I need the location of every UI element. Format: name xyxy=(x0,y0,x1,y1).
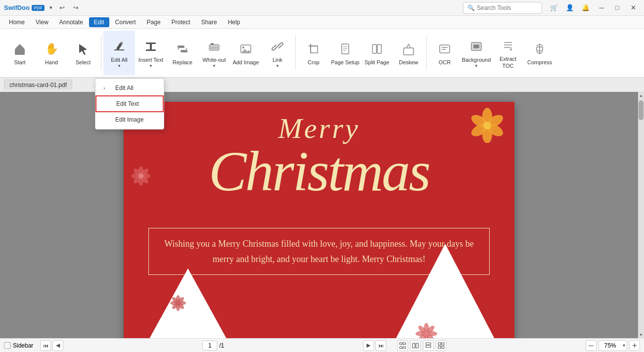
extract-toc-icon xyxy=(499,37,517,54)
app-logo: SwifDoo PDF xyxy=(4,4,45,11)
edit-all-icon xyxy=(110,38,128,55)
link-arrow: ▼ xyxy=(276,64,279,68)
sidebar-toggle[interactable]: Sidebar xyxy=(4,342,33,349)
first-page-button[interactable]: ⏮ xyxy=(40,340,51,351)
svg-line-27 xyxy=(409,44,411,48)
insert-text-icon xyxy=(142,38,160,55)
deskew-icon xyxy=(400,40,417,58)
zoom-out-button[interactable]: ─ xyxy=(586,340,597,351)
tool-add-image[interactable]: Add Image xyxy=(230,31,262,75)
fit-page-button[interactable] xyxy=(397,340,408,351)
svg-rect-23 xyxy=(372,44,376,53)
bottom-bar: Sidebar ⏮ ◀ /1 ▶ ⏭ ─ ▾ + xyxy=(0,338,644,352)
svg-rect-80 xyxy=(400,343,402,345)
svg-point-59 xyxy=(138,174,143,178)
tool-start[interactable]: Start xyxy=(4,31,36,75)
svg-rect-82 xyxy=(400,347,402,349)
card-content: Merry Christmas Wishing you a Merry Chri… xyxy=(124,102,514,338)
tool-compress[interactable]: Compress xyxy=(524,31,555,75)
two-page-button[interactable] xyxy=(410,340,421,351)
tool-extract-toc[interactable]: Extract TOC xyxy=(492,31,524,75)
zoom-dropdown-arrow[interactable]: ▾ xyxy=(621,343,627,348)
white-out-arrow: ▼ xyxy=(212,64,216,68)
menu-edit[interactable]: Edit xyxy=(89,17,109,27)
tool-edit-all[interactable]: Edit All ▼ xyxy=(103,31,135,75)
edit-all-label: Edit All xyxy=(111,56,128,63)
minimize-button[interactable]: ─ xyxy=(595,1,608,15)
svg-line-26 xyxy=(407,44,409,48)
prev-page-button[interactable]: ◀ xyxy=(52,340,63,351)
deskew-label: Deskew xyxy=(399,59,418,66)
menu-share[interactable]: Share xyxy=(196,17,222,27)
link-icon xyxy=(269,38,286,55)
tool-page-setup[interactable]: Page Setup xyxy=(329,31,361,75)
edit-all-dropdown: › Edit All Edit Text Edit Image xyxy=(95,78,164,130)
redo-button[interactable]: ↪ xyxy=(69,1,82,14)
maximize-button[interactable]: □ xyxy=(610,1,624,15)
svg-point-77 xyxy=(176,301,180,305)
user-icon[interactable]: 👤 xyxy=(563,1,577,15)
sidebar-checkbox[interactable] xyxy=(4,342,11,349)
dropdown-edit-all-label: Edit All xyxy=(115,85,134,91)
view-controls xyxy=(397,340,447,351)
logo-dropdown[interactable]: ▾ xyxy=(49,4,52,11)
cart-icon[interactable]: 🛒 xyxy=(547,1,561,15)
menu-view[interactable]: View xyxy=(31,17,53,27)
toolbar: Start ✋ Hand Select Edit All ▼ › Edit Al… xyxy=(0,29,644,78)
search-tools-input[interactable] xyxy=(477,4,536,11)
link-label: Link xyxy=(273,56,282,63)
svg-rect-8 xyxy=(181,50,187,52)
dual-scroll-button[interactable] xyxy=(436,340,447,351)
menu-page[interactable]: Page xyxy=(142,17,166,27)
svg-marker-79 xyxy=(381,244,509,338)
ocr-icon xyxy=(436,40,454,58)
zoom-input[interactable] xyxy=(599,341,621,351)
file-tab[interactable]: christmas-card-01.pdf xyxy=(4,80,72,90)
tool-white-out[interactable]: White-out ▼ xyxy=(198,31,230,75)
svg-line-39 xyxy=(537,44,540,46)
tool-link[interactable]: Link ▼ xyxy=(262,31,293,75)
tool-ocr[interactable]: OCR xyxy=(429,31,460,75)
hand-label: Hand xyxy=(45,59,58,66)
tool-deskew[interactable]: Deskew xyxy=(393,31,424,75)
start-label: Start xyxy=(14,59,25,66)
scroll-up-arrow[interactable]: ▲ xyxy=(638,92,644,99)
tool-replace[interactable]: Replace xyxy=(167,31,198,75)
menu-convert[interactable]: Convert xyxy=(110,17,141,27)
christmas-text: Christmas xyxy=(124,139,514,204)
svg-rect-10 xyxy=(211,43,214,45)
crop-icon xyxy=(305,40,322,58)
tool-select[interactable]: Select xyxy=(67,31,99,75)
search-tools-area: 🔍 xyxy=(463,2,542,14)
undo-button[interactable]: ↩ xyxy=(55,1,68,14)
svg-rect-7 xyxy=(178,45,184,48)
svg-rect-81 xyxy=(403,343,406,345)
bell-icon[interactable]: 🔔 xyxy=(579,1,593,15)
tool-hand[interactable]: ✋ Hand xyxy=(36,31,67,75)
menu-protect[interactable]: Protect xyxy=(167,17,195,27)
scroll-view-button[interactable] xyxy=(423,340,434,351)
close-button[interactable]: ✕ xyxy=(626,1,640,15)
dropdown-edit-all[interactable]: › Edit All xyxy=(95,81,164,95)
dropdown-edit-image[interactable]: Edit Image xyxy=(95,112,164,127)
scrollbar-thumb[interactable] xyxy=(639,100,644,120)
tool-background[interactable]: Background ▼ xyxy=(460,31,492,75)
menu-help[interactable]: Help xyxy=(223,17,245,27)
tool-crop[interactable]: Crop xyxy=(298,31,329,75)
scrollbar-y[interactable]: ▲ ▼ xyxy=(638,92,644,338)
menu-home[interactable]: Home xyxy=(4,17,30,27)
tool-insert-text[interactable]: Insert Text ▼ xyxy=(135,31,167,75)
last-page-button[interactable]: ⏭ xyxy=(375,340,386,351)
compress-icon xyxy=(531,40,549,58)
next-page-button[interactable]: ▶ xyxy=(363,340,374,351)
scroll-down-arrow[interactable]: ▼ xyxy=(638,331,644,338)
svg-rect-25 xyxy=(404,48,414,55)
svg-marker-1 xyxy=(15,44,25,49)
svg-line-41 xyxy=(537,52,540,54)
svg-line-40 xyxy=(540,44,543,46)
page-number-input[interactable] xyxy=(202,341,217,351)
tool-split-page[interactable]: Split Page xyxy=(361,31,393,75)
dropdown-edit-text[interactable]: Edit Text xyxy=(95,95,164,112)
menu-annotate[interactable]: Annotate xyxy=(54,17,88,27)
zoom-in-button[interactable]: + xyxy=(629,340,640,351)
